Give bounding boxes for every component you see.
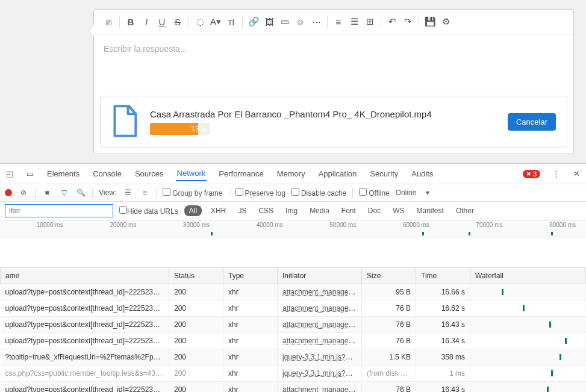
bold-icon[interactable]: B (123, 14, 138, 29)
underline-icon[interactable]: U (155, 14, 169, 29)
preserve-log-checkbox[interactable]: Preserve log (235, 188, 285, 198)
timeline-overview[interactable]: 10000 ms20000 ms30000 ms40000 ms50000 ms… (0, 220, 586, 237)
cancel-button[interactable]: Cancelar (508, 113, 556, 131)
col-type[interactable]: Type (223, 268, 278, 284)
attachment-filename: Casa Arrastrada Por El Barranco _Phantom… (150, 109, 496, 119)
table-row[interactable]: upload?type=post&context[thread_id]=2225… (1, 382, 586, 393)
filter-chip-ws[interactable]: WS (390, 205, 407, 216)
kebab-icon[interactable]: ⋮ (551, 169, 561, 179)
table-row[interactable]: css.php?css=public:member_tooltip.less&s… (1, 366, 586, 382)
filter-chip-xhr[interactable]: XHR (208, 205, 229, 216)
close-icon[interactable]: ✕ (572, 169, 581, 179)
table-row[interactable]: upload?type=post&context[thread_id]=2225… (1, 317, 586, 333)
tab-performance[interactable]: Performance (217, 167, 264, 181)
filter-chip-other[interactable]: Other (453, 205, 477, 216)
filter-chip-img[interactable]: Img (282, 205, 301, 216)
upload-progress: 13% (150, 123, 210, 135)
disable-cache-checkbox[interactable]: Disable cache (291, 188, 346, 198)
more-icon[interactable]: ⋯ (309, 14, 323, 29)
speech-arrow (88, 25, 94, 37)
font-size-icon[interactable]: тI (224, 14, 238, 29)
editor-toolbar: ⎚ B I U S ◌ A▾ тI 🔗 🖼 ▭ ☺ ⋯ ≡ ☰ ⊞ ↶ ↷ 💾 … (94, 10, 573, 34)
attachment-upload: Casa Arrastrada Por El Barranco _Phantom… (100, 96, 567, 148)
video-icon[interactable]: ▭ (278, 14, 292, 29)
file-icon (111, 105, 138, 138)
filter-chip-doc[interactable]: Doc (365, 205, 384, 216)
redo-icon[interactable]: ↷ (401, 14, 415, 29)
filter-chip-media[interactable]: Media (307, 205, 332, 216)
filter-chip-font[interactable]: Font (338, 205, 359, 216)
record-icon[interactable] (5, 189, 12, 196)
emoji-icon[interactable]: ☺ (293, 14, 308, 29)
view-label: View: (99, 188, 116, 197)
drop-icon[interactable]: ◌ (193, 14, 207, 29)
table-row[interactable]: upload?type=post&context[thread_id]=2225… (1, 333, 586, 349)
tab-memory[interactable]: Memory (276, 167, 307, 181)
tab-audits[interactable]: Audits (410, 167, 434, 181)
col-name[interactable]: ame (1, 268, 169, 284)
hide-data-urls-checkbox[interactable]: Hide data URLs (119, 206, 178, 216)
list-icon[interactable]: ☰ (347, 14, 361, 29)
table-row[interactable]: ?tooltip=true&_xfRequestUri=%2Ftemas%2Fp… (1, 349, 586, 366)
col-size[interactable]: Size (362, 268, 416, 284)
large-rows-icon[interactable]: ☰ (122, 187, 133, 198)
editor-textarea[interactable]: Escribir la respuesta... (94, 34, 573, 90)
clear-icon[interactable]: ⊘ (18, 187, 29, 198)
group-by-frame-checkbox[interactable]: Group by frame (163, 188, 222, 198)
eraser-icon[interactable]: ⎚ (101, 14, 116, 29)
tab-application[interactable]: Application (317, 167, 358, 181)
undo-icon[interactable]: ↶ (385, 14, 399, 29)
col-status[interactable]: Status (169, 268, 223, 284)
filter-bar: Hide data URLs AllXHRJSCSSImgMediaFontDo… (0, 202, 586, 220)
col-initiator[interactable]: Initiator (278, 268, 362, 284)
filter-icon[interactable]: ▽ (58, 187, 69, 198)
overview-icon[interactable]: ≡ (139, 187, 150, 198)
tab-network[interactable]: Network (176, 166, 207, 181)
chevron-down-icon[interactable]: ▾ (422, 187, 433, 198)
throttle-select[interactable]: Online (396, 188, 417, 197)
filter-input[interactable] (5, 204, 113, 217)
tab-sources[interactable]: Sources (134, 167, 165, 181)
inspect-icon[interactable]: ◰ (5, 169, 14, 179)
col-waterfall[interactable]: Waterfall (470, 268, 586, 284)
tab-security[interactable]: Security (369, 167, 399, 181)
align-icon[interactable]: ≡ (331, 14, 346, 29)
progress-percent: 13% (191, 124, 207, 133)
table-row[interactable]: upload?type=post&context[thread_id]=2225… (1, 284, 586, 300)
network-table: ame Status Type Initiator Size Time Wate… (0, 267, 586, 392)
image-icon[interactable]: 🖼 (262, 14, 276, 29)
tab-console[interactable]: Console (92, 167, 123, 181)
filter-chip-all[interactable]: All (184, 205, 202, 216)
error-badge[interactable]: 3 (523, 170, 540, 178)
reply-editor: ⎚ B I U S ◌ A▾ тI 🔗 🖼 ▭ ☺ ⋯ ≡ ☰ ⊞ ↶ ↷ 💾 … (93, 9, 574, 154)
network-toolbar: ⊘ ■ ▽ 🔍 View: ☰ ≡ Group by frame Preserv… (0, 184, 586, 202)
devtools-panel: ◰ ▭ ElementsConsoleSourcesNetworkPerform… (0, 163, 586, 392)
save-icon[interactable]: 💾 (423, 14, 437, 29)
table-row[interactable]: upload?type=post&context[thread_id]=2225… (1, 300, 586, 317)
filter-chip-css[interactable]: CSS (255, 205, 276, 216)
strike-icon[interactable]: S (170, 14, 185, 29)
offline-checkbox[interactable]: Offline (359, 188, 389, 198)
font-family-icon[interactable]: A▾ (208, 14, 223, 29)
italic-icon[interactable]: I (139, 14, 154, 29)
camera-icon[interactable]: ■ (42, 187, 52, 198)
table-icon[interactable]: ⊞ (363, 14, 377, 29)
devtools-tabs: ◰ ▭ ElementsConsoleSourcesNetworkPerform… (0, 164, 586, 184)
link-icon[interactable]: 🔗 (246, 14, 261, 29)
col-time[interactable]: Time (416, 268, 470, 284)
device-icon[interactable]: ▭ (25, 169, 35, 179)
filter-chip-js[interactable]: JS (235, 205, 249, 216)
filter-chip-manifest[interactable]: Manifest (414, 205, 447, 216)
gear-icon[interactable]: ⚙ (438, 14, 453, 29)
search-icon[interactable]: 🔍 (75, 187, 86, 198)
tab-elements[interactable]: Elements (46, 167, 81, 181)
